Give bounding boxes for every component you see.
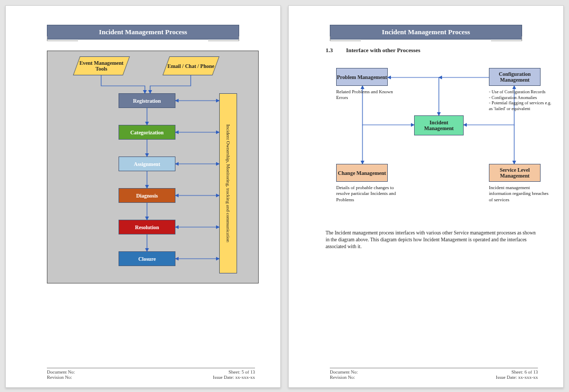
config-bullet: Use of Configuration Records	[489, 89, 553, 95]
input-event-tools: Event Management Tools	[73, 56, 130, 75]
page-footer: Document No: Sheet: 6 of 13 Revision No:…	[330, 368, 538, 380]
step-registration: Registration	[119, 93, 175, 108]
doc-no-label: Document No:	[330, 369, 358, 375]
issue-date-value: Issue Date: xx-xxx-xx	[213, 375, 255, 380]
step-resolution: Resolution	[119, 220, 175, 234]
ownership-monitoring-bar: Incident Ownership, Monitoring, tracking…	[219, 93, 237, 273]
slm-caption: Incident management information regardin…	[489, 185, 552, 203]
rev-no-label: Revision No:	[47, 375, 72, 380]
node-change-management: Change Management	[336, 164, 388, 182]
title-ornament-left	[47, 36, 78, 41]
interface-diagram: Problem Management Related Problems and …	[331, 58, 547, 217]
sheet-value: Sheet: 5 of 13	[229, 369, 255, 375]
node-service-level-management: Service Level Management	[489, 164, 541, 182]
ownership-monitoring-label: Incident Ownership, Monitoring, tracking…	[220, 94, 237, 273]
input-email-chat-phone: Email / Chat / Phone	[162, 56, 219, 75]
change-caption: Details of probable changes to resolve p…	[336, 185, 399, 203]
input-left-label: Event Management Tools	[77, 60, 126, 72]
config-bullet: Configuration Anomalies	[489, 95, 553, 101]
section-heading: 1.3 Interface with other Processes	[326, 47, 420, 53]
title-ornament-right	[491, 36, 522, 41]
node-incident-management: Incident Management	[414, 115, 464, 135]
title-ornament-left	[330, 36, 361, 41]
issue-date-value: Issue Date: xx-xxx-xx	[496, 375, 538, 380]
process-flow-diagram: Event Management Tools Email / Chat / Ph…	[47, 51, 259, 283]
input-right-label: Email / Chat / Phone	[168, 63, 214, 69]
config-bullet: Potential flagging of services e.g. as '…	[489, 100, 553, 111]
step-closure: Closure	[119, 251, 175, 266]
step-diagnosis: Diagnosis	[119, 188, 175, 203]
step-categorization: Categorization	[119, 125, 175, 140]
sheet-value: Sheet: 6 of 13	[512, 369, 538, 375]
section-title: Interface with other Processes	[346, 47, 420, 53]
node-configuration-management: Configuration Management	[489, 68, 541, 86]
page-6: Incident Management Process 1.3 Interfac…	[288, 5, 564, 388]
node-problem-management: Problem Management	[336, 68, 388, 86]
page-5: Incident Management Process Event Manage…	[5, 5, 281, 388]
rev-no-label: Revision No:	[330, 375, 355, 380]
title-ornament-right	[208, 36, 239, 41]
step-assignment: Assignment	[119, 156, 175, 171]
problem-caption: Related Problems and Known Errors	[336, 89, 399, 101]
two-page-spread: Incident Management Process Event Manage…	[0, 0, 569, 392]
configuration-bullets: Use of Configuration RecordsConfiguratio…	[485, 89, 553, 112]
body-paragraph: The Incident management process interfac…	[326, 230, 538, 250]
section-number: 1.3	[326, 47, 345, 53]
page-footer: Document No: Sheet: 5 of 13 Revision No:…	[47, 368, 255, 380]
doc-no-label: Document No:	[47, 369, 75, 375]
